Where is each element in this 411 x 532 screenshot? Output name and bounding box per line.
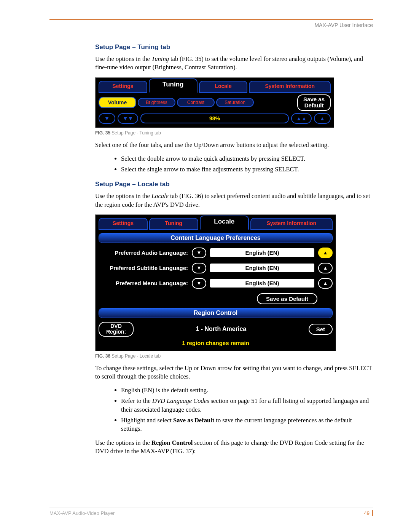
top-rule: [49, 19, 373, 20]
running-head: MAX-AVP User Interface: [49, 22, 373, 28]
pref-row-audio: Preferred Audio Language: ▼ English (EN)…: [99, 248, 333, 258]
subtab-volume[interactable]: Volume: [99, 97, 136, 108]
list-item: Select the double arrow to make quick ad…: [121, 155, 373, 163]
save-as-default-button[interactable]: Save as Default: [297, 94, 331, 111]
region-changes-warning: 1 region changes remain: [99, 340, 333, 346]
arrow-down-double-icon[interactable]: ▼▼: [118, 113, 138, 124]
figure-35-caption: FIG. 35 Setup Page - Tuning tab: [95, 130, 373, 136]
fig35-tab-row: Settings Tuning Locale System Informatio…: [99, 80, 331, 93]
tab-tuning-active[interactable]: Tuning: [149, 78, 198, 93]
page: MAX-AVP User Interface Setup Page – Tuni…: [0, 0, 411, 532]
content-column: Setup Page – Tuning tab Use the options …: [95, 43, 373, 455]
list-item: Select the single arrow to make fine adj…: [121, 165, 373, 174]
value-menu-language: English (EN): [210, 279, 314, 288]
arrow-down-icon[interactable]: ▼: [192, 263, 206, 273]
label-audio-language: Preferred Audio Language:: [99, 249, 188, 256]
figure-36: Settings Tuning Locale System Informatio…: [95, 214, 336, 351]
value-readout: 98%: [140, 113, 289, 123]
label-menu-language: Preferred Menu Language:: [99, 280, 188, 286]
tab-system-info[interactable]: System Information: [250, 218, 333, 230]
footer-title: MAX-AVP Audio-Video Player: [49, 510, 115, 516]
arrow-up-double-icon[interactable]: ▲▲: [291, 113, 312, 124]
page-number: 49: [364, 510, 373, 516]
list-locale: English (EN) is the default setting. Ref…: [95, 386, 373, 433]
arrow-down-icon[interactable]: ▼: [192, 278, 206, 289]
list-item: Refer to the DVD Language Codes section …: [121, 397, 373, 414]
figure-36-caption: FIG. 36 Setup Page - Locale tab: [95, 353, 373, 359]
save-as-default-button[interactable]: Save as Default: [257, 293, 317, 304]
heading-tuning: Setup Page – Tuning tab: [95, 43, 373, 51]
arrow-up-icon[interactable]: ▲: [318, 248, 333, 258]
list-tuning: Select the double arrow to make quick ad…: [95, 155, 373, 174]
para-locale-intro: Use the options in the Locale tab (FIG. …: [95, 192, 373, 209]
pref-row-subtitle: Preferred Subtitle Language: ▼ English (…: [99, 263, 333, 273]
value-dvd-region: 1 - North America: [137, 326, 305, 332]
label-dvd-region: DVD Region:: [99, 322, 134, 337]
value-audio-language: English (EN): [210, 248, 314, 257]
arrow-up-icon[interactable]: ▲: [318, 263, 333, 273]
subtab-saturation[interactable]: Saturation: [216, 98, 254, 107]
tab-locale-active[interactable]: Locale: [200, 216, 249, 230]
tab-tuning[interactable]: Tuning: [149, 218, 198, 230]
panel-region-control: Region Control: [99, 308, 333, 318]
para-region-control: Use the options in the Region Control se…: [95, 439, 373, 456]
list-item: Highlight and select Save as Default to …: [121, 416, 373, 433]
tab-settings[interactable]: Settings: [99, 81, 147, 93]
arrow-down-single-icon[interactable]: ▼: [99, 113, 115, 124]
tab-settings[interactable]: Settings: [99, 218, 148, 230]
region-row: DVD Region: 1 - North America Set: [99, 322, 333, 337]
arrow-up-icon[interactable]: ▲: [318, 278, 333, 289]
subtab-contrast[interactable]: Contrast: [177, 98, 215, 107]
list-item: English (EN) is the default setting.: [121, 386, 373, 395]
fig35-subtab-row: Volume Brightness Contrast Saturation Sa…: [99, 94, 331, 111]
subtab-brightness[interactable]: Brightness: [138, 98, 175, 107]
heading-locale: Setup Page – Locale tab: [95, 181, 373, 188]
para-tuning-intro: Use the options in the Tuning tab (FIG. …: [95, 55, 373, 72]
label-subtitle-language: Preferred Subtitle Language:: [99, 265, 188, 271]
figure-35: Settings Tuning Locale System Informatio…: [95, 77, 334, 128]
tab-system-info[interactable]: System Information: [249, 81, 331, 93]
panel-content-language: Content Language Preferences: [99, 233, 333, 243]
para-locale-instr: To change these settings, select the Up …: [95, 364, 373, 381]
value-subtitle-language: English (EN): [210, 264, 314, 272]
page-footer: MAX-AVP Audio-Video Player 49: [49, 508, 373, 516]
arrow-down-icon[interactable]: ▼: [192, 248, 206, 258]
pref-row-menu: Preferred Menu Language: ▼ English (EN) …: [99, 278, 333, 289]
tab-locale[interactable]: Locale: [199, 81, 248, 93]
fig36-tab-row: Settings Tuning Locale System Informatio…: [99, 217, 333, 230]
set-button[interactable]: Set: [309, 324, 333, 335]
fig35-control-row: ▼ ▼▼ 98% ▲▲ ▲: [99, 113, 331, 124]
para-tuning-instr: Select one of the four tabs, and use the…: [95, 141, 373, 149]
arrow-up-single-icon[interactable]: ▲: [314, 113, 331, 124]
